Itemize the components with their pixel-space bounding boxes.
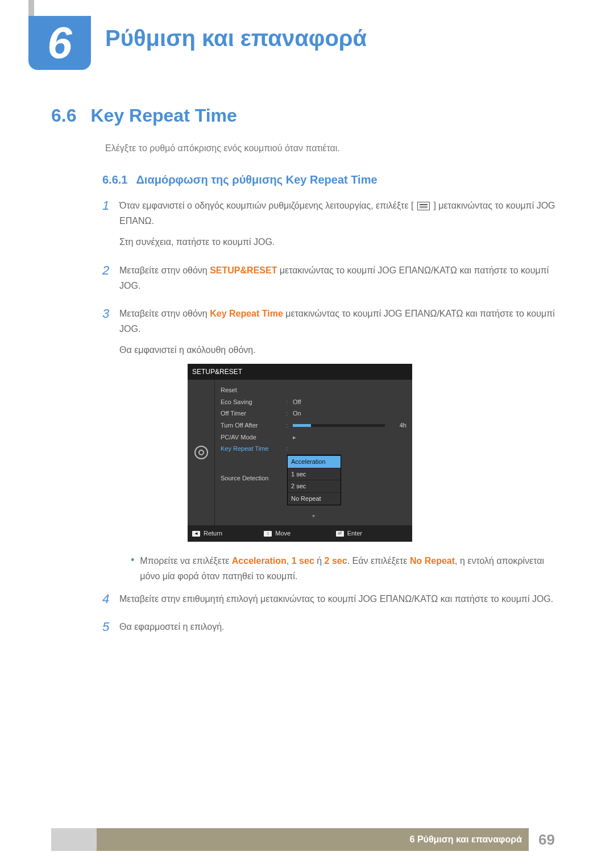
text-fragment: ή [314, 556, 325, 566]
osd-row-reset: Reset [215, 384, 412, 396]
subsection-number: 6.6.1 [102, 173, 127, 186]
text-line: Μεταβείτε στην επιθυμητή επιλογή μετακιν… [119, 591, 563, 607]
text-line: Θα εφαρμοστεί η επιλογή. [119, 619, 563, 634]
osd-row-pcav: PC/AV Mode ▸ [215, 431, 412, 443]
osd-return: ◄Return [192, 528, 264, 539]
osd-enter: ⏎Enter [336, 528, 408, 539]
subsection-title: Διαμόρφωση της ρύθμισης Key Repeat Time [136, 173, 377, 186]
osd-row-timer: Off Timer : On [215, 408, 412, 420]
highlight-text: SETUP&RESET [210, 265, 277, 275]
page-content: 6.6 Key Repeat Time Ελέγξτε το ρυθμό από… [51, 105, 563, 647]
chapter-badge: 6 [28, 16, 91, 70]
text-fragment: Μεταβείτε στην οθόνη [119, 265, 210, 275]
osd-option: 1 sec [288, 468, 341, 480]
section-number: 6.6 [51, 105, 76, 126]
osd-value: Off [293, 397, 406, 408]
osd-title: SETUP&RESET [188, 364, 412, 380]
osd-popup: Acceleration 1 sec 2 sec No Repeat [287, 455, 341, 505]
text-fragment: , [287, 556, 292, 566]
chevron-down-icon: ▾ [215, 511, 412, 521]
osd-slider-value: 4h [389, 420, 406, 431]
step-number: 2 [102, 263, 119, 299]
osd-slider [293, 424, 385, 427]
osd-row-keyrepeat: Key Repeat Time : [215, 443, 412, 455]
osd-sidebar [188, 380, 215, 526]
step-number: 3 [102, 306, 119, 584]
osd-option: No Repeat [288, 492, 341, 505]
page-number: 69 [529, 828, 563, 851]
footer-chapter-label: 6 Ρύθμιση και επαναφορά [97, 828, 529, 851]
highlight-text: 1 sec [292, 556, 314, 566]
move-icon: ↕ [264, 531, 272, 537]
section-title: Key Repeat Time [90, 105, 237, 126]
bullet-text: Μπορείτε να επιλέξετε Acceleration, 1 se… [140, 553, 563, 584]
osd-option-selected: Acceleration [288, 455, 341, 468]
bullet-item: • Μπορείτε να επιλέξετε Acceleration, 1 … [131, 553, 563, 584]
footer-bar: 6 Ρύθμιση και επαναφορά 69 [51, 828, 563, 851]
highlight-text: 2 sec [325, 556, 347, 566]
step-text: Θα εφαρμοστεί η επιλογή. [119, 619, 563, 640]
text-fragment: . Εάν επιλέξετε [347, 556, 410, 566]
enter-icon: ⏎ [336, 531, 344, 537]
osd-label: Eco Saving [221, 397, 286, 408]
osd-body: Reset Eco Saving : Off Off Timer : On [188, 380, 412, 526]
osd-colon: : [286, 397, 293, 408]
return-icon: ◄ [192, 531, 200, 537]
osd-label: Source Detection [221, 473, 286, 484]
footer-stripe [51, 828, 97, 851]
step-5: 5 Θα εφαρμοστεί η επιλογή. [102, 619, 563, 640]
section-heading: 6.6 Key Repeat Time [51, 105, 563, 126]
highlight-text: No Repeat [410, 556, 455, 566]
text-fragment: Μεταβείτε στην οθόνη [119, 309, 210, 318]
gear-icon [194, 446, 208, 459]
bullet-icon: • [131, 553, 134, 584]
step-4: 4 Μεταβείτε στην επιθυμητή επιλογή μετακ… [102, 591, 563, 612]
step-text: Μεταβείτε στην οθόνη Key Repeat Time μετ… [119, 306, 563, 584]
highlight-text: Acceleration [232, 556, 287, 566]
step-3: 3 Μεταβείτε στην οθόνη Key Repeat Time μ… [102, 306, 563, 584]
section-intro: Ελέγξτε το ρυθμό απόκρισης ενός κουμπιού… [105, 143, 563, 153]
osd-label: PC/AV Mode [221, 432, 286, 443]
osd-row-turnoff: Turn Off After : 4h [215, 420, 412, 431]
osd-row-eco: Eco Saving : Off [215, 396, 412, 408]
osd-value: On [293, 408, 406, 419]
osd-colon: : [286, 408, 293, 419]
step-text: Μεταβείτε στην επιθυμητή επιλογή μετακιν… [119, 591, 563, 612]
osd-screenshot: SETUP&RESET Reset Eco Saving : Off [188, 364, 412, 542]
osd-footer: ◄Return ↕Move ⏎Enter [188, 525, 412, 542]
menu-icon [417, 202, 430, 210]
subsection-heading: 6.6.1 Διαμόρφωση της ρύθμισης Key Repeat… [102, 173, 563, 186]
osd-label: Reset [221, 385, 286, 396]
osd-colon: : [286, 443, 293, 454]
step-1: 1 Όταν εμφανιστεί ο οδηγός κουμπιών ρυθμ… [102, 198, 563, 256]
osd-menu: Reset Eco Saving : Off Off Timer : On [215, 380, 412, 526]
osd-option: 2 sec [288, 480, 341, 492]
text-fragment: Όταν εμφανιστεί ο οδηγός κουμπιών ρυθμιζ… [119, 201, 413, 210]
chevron-right-icon: ▸ [293, 432, 406, 443]
step-2: 2 Μεταβείτε στην οθόνη SETUP&RESET μετακ… [102, 263, 563, 299]
text-fragment: Μπορείτε να επιλέξετε [140, 556, 231, 566]
osd-label: Off Timer [221, 408, 286, 419]
step-number: 1 [102, 198, 119, 256]
text-line: Στη συνέχεια, πατήστε το κουμπί JOG. [119, 234, 563, 250]
chapter-number: 6 [47, 17, 72, 69]
step-number: 4 [102, 591, 119, 612]
osd-move: ↕Move [264, 528, 335, 539]
header-stripe [28, 0, 34, 16]
highlight-text: Key Repeat Time [210, 309, 283, 318]
osd-label: Turn Off After [221, 420, 286, 431]
osd-colon: : [286, 420, 293, 431]
step-text: Μεταβείτε στην οθόνη SETUP&RESET μετακιν… [119, 263, 563, 299]
text-line: Θα εμφανιστεί η ακόλουθη οθόνη. [119, 342, 563, 358]
step-text: Όταν εμφανιστεί ο οδηγός κουμπιών ρυθμιζ… [119, 198, 563, 256]
step-number: 5 [102, 619, 119, 640]
chapter-title: Ρύθμιση και επαναφορά [105, 26, 367, 51]
osd-label: Key Repeat Time [221, 443, 286, 454]
